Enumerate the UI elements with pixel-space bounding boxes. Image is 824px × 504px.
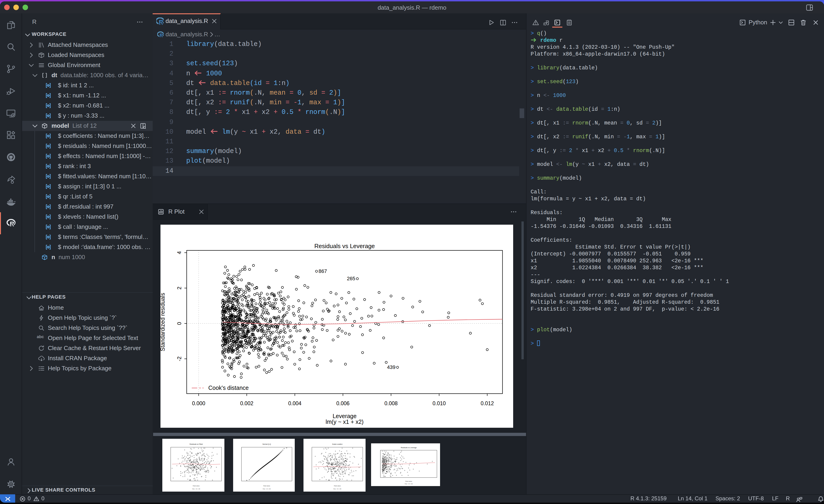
svg-text:Scale-Location: Scale-Location bbox=[332, 444, 342, 445]
svg-text:0.002: 0.002 bbox=[240, 400, 253, 406]
svg-text:Fitted values: Fitted values bbox=[193, 485, 200, 487]
svg-text:867: 867 bbox=[319, 268, 327, 274]
svg-text:Residuals vs Fitted: Residuals vs Fitted bbox=[189, 444, 203, 445]
svg-text:0.004: 0.004 bbox=[288, 400, 302, 406]
svg-text:lm(y ~ x1 + x2): lm(y ~ x1 + x2) bbox=[404, 483, 412, 485]
svg-text:2: 2 bbox=[176, 287, 182, 290]
svg-text:Standardized residuals: Standardized residuals bbox=[161, 293, 166, 351]
svg-text:Fitted values: Fitted values bbox=[263, 485, 270, 487]
svg-text:Cook's distance: Cook's distance bbox=[208, 385, 249, 391]
svg-text:Residuals vs Leverage: Residuals vs Leverage bbox=[401, 447, 416, 449]
svg-text:Normal Q-Q: Normal Q-Q bbox=[263, 444, 271, 445]
svg-text:Residuals vs Leverage: Residuals vs Leverage bbox=[314, 243, 375, 249]
svg-text:0.008: 0.008 bbox=[385, 400, 398, 406]
svg-text:Fitted values: Fitted values bbox=[405, 481, 412, 482]
svg-text:lm(y ~ x1 + x2): lm(y ~ x1 + x2) bbox=[333, 488, 341, 490]
svg-text:0.006: 0.006 bbox=[336, 400, 350, 406]
svg-text:265: 265 bbox=[347, 276, 355, 281]
svg-text:Leverage: Leverage bbox=[333, 413, 356, 419]
svg-text:-2: -2 bbox=[176, 357, 182, 361]
svg-text:0.010: 0.010 bbox=[432, 400, 446, 406]
svg-text:lm(y ~ x1 + x2): lm(y ~ x1 + x2) bbox=[326, 418, 364, 425]
svg-text:0.012: 0.012 bbox=[481, 400, 494, 406]
svg-text:4: 4 bbox=[176, 251, 182, 254]
svg-text:Fitted values: Fitted values bbox=[334, 485, 341, 487]
svg-text:lm(y ~ x1 + x2): lm(y ~ x1 + x2) bbox=[192, 488, 200, 490]
svg-text:0: 0 bbox=[176, 322, 182, 325]
svg-text:439: 439 bbox=[387, 364, 395, 370]
svg-text:0.000: 0.000 bbox=[192, 400, 205, 406]
svg-text:lm(y ~ x1 + x2): lm(y ~ x1 + x2) bbox=[263, 488, 271, 490]
